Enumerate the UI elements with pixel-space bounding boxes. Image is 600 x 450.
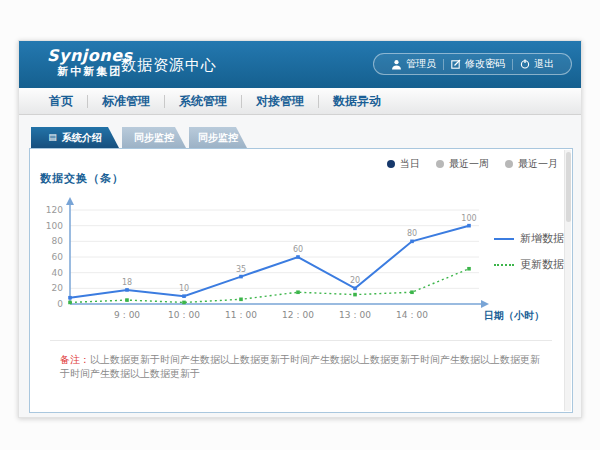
tab-sync-monitor-2[interactable]: 同步监控 <box>189 127 247 148</box>
svg-text:20: 20 <box>350 276 360 285</box>
svg-text:35: 35 <box>236 265 246 274</box>
tab-system-intro[interactable]: ▤ 系统介绍 <box>31 127 119 148</box>
user-toolbar: 管理员 修改密码 退出 <box>373 53 572 75</box>
range-filter: 当日 最近一周 最近一月 <box>387 157 558 171</box>
nav-item-data-change[interactable]: 数据异动 <box>319 88 395 114</box>
page-title: 数据资源中心 <box>121 56 217 75</box>
solid-line-icon <box>494 238 514 240</box>
document-icon: ▤ <box>48 133 57 142</box>
main-nav: 首页 标准管理 系统管理 对接管理 数据异动 <box>19 88 581 115</box>
change-password-button[interactable]: 修改密码 <box>444 57 512 71</box>
footnote-prefix: 备注： <box>60 354 90 365</box>
svg-text:60: 60 <box>293 245 303 254</box>
svg-text:80: 80 <box>407 229 417 238</box>
user-icon <box>391 59 402 70</box>
svg-text:14：00: 14：00 <box>396 310 428 320</box>
nav-item-interface-mgmt[interactable]: 对接管理 <box>242 88 318 114</box>
line-chart: 0204060801001209：0010：0011：0012：0013：001… <box>32 192 562 332</box>
tab-sync-monitor-1[interactable]: 同步监控 <box>122 127 186 148</box>
divider <box>50 340 552 341</box>
tab-bar: ▤ 系统介绍 同步监控 同步监控 <box>31 127 250 148</box>
svg-text:11：00: 11：00 <box>225 310 257 320</box>
chart-y-axis-title: 数据交换（条） <box>40 171 124 186</box>
svg-text:10: 10 <box>179 284 189 293</box>
page: Synjones 新中新集团 数据资源中心 管理员 修改密码 <box>0 0 600 450</box>
radio-label: 当日 <box>400 157 420 171</box>
radio-label: 最近一月 <box>518 157 558 171</box>
radio-today[interactable]: 当日 <box>387 157 420 171</box>
logout-label: 退出 <box>534 57 554 71</box>
dotted-line-icon <box>494 264 514 266</box>
edit-icon <box>451 59 461 69</box>
svg-text:日期（小时）: 日期（小时） <box>484 310 544 321</box>
radio-last-month[interactable]: 最近一月 <box>505 157 558 171</box>
tab-label: 同步监控 <box>134 131 174 145</box>
legend-item-new-data[interactable]: 新增数据 <box>494 231 564 246</box>
app-window: Synjones 新中新集团 数据资源中心 管理员 修改密码 <box>18 40 582 418</box>
logout-button[interactable]: 退出 <box>513 57 561 71</box>
nav-item-home[interactable]: 首页 <box>35 88 87 114</box>
radio-selected-icon <box>387 160 395 168</box>
chart-legend: 新增数据 更新数据 <box>494 231 564 272</box>
svg-text:40: 40 <box>52 268 64 278</box>
brand-subtitle: 新中新集团 <box>47 65 133 79</box>
scrollbar[interactable] <box>564 150 571 411</box>
brand-logo: Synjones 新中新集团 <box>47 47 133 79</box>
svg-text:120: 120 <box>46 205 63 215</box>
svg-text:18: 18 <box>122 278 132 287</box>
tab-label: 同步监控 <box>198 131 238 145</box>
nav-item-system-mgmt[interactable]: 系统管理 <box>165 88 241 114</box>
svg-text:13：00: 13：00 <box>339 310 371 320</box>
brand-name: Synjones <box>47 47 133 65</box>
app-header: Synjones 新中新集团 数据资源中心 管理员 修改密码 <box>19 41 581 88</box>
radio-last-week[interactable]: 最近一周 <box>436 157 489 171</box>
svg-text:10：00: 10：00 <box>168 310 200 320</box>
svg-text:100: 100 <box>461 214 476 223</box>
scrollbar-thumb[interactable] <box>566 152 571 222</box>
change-password-label: 修改密码 <box>465 57 505 71</box>
svg-text:80: 80 <box>52 236 64 246</box>
chart-panel: 当日 最近一周 最近一月 数据交换（条） 0204060801001209：00… <box>29 148 573 413</box>
legend-label: 新增数据 <box>520 231 564 246</box>
legend-label: 更新数据 <box>520 257 564 272</box>
legend-item-updated-data[interactable]: 更新数据 <box>494 257 564 272</box>
svg-text:20: 20 <box>52 283 64 293</box>
user-menu[interactable]: 管理员 <box>384 57 443 71</box>
radio-unselected-icon <box>505 160 513 168</box>
power-icon <box>520 59 530 69</box>
svg-text:9：00: 9：00 <box>114 310 140 320</box>
svg-text:0: 0 <box>57 299 63 309</box>
svg-text:60: 60 <box>52 252 64 262</box>
nav-item-standard-mgmt[interactable]: 标准管理 <box>88 88 164 114</box>
radio-unselected-icon <box>436 160 444 168</box>
footnote-text: 以上数据更新于时间产生数据以上数据更新于时间产生数据以上数据更新于时间产生数据以… <box>60 354 540 379</box>
svg-text:100: 100 <box>46 221 63 231</box>
tab-label: 系统介绍 <box>62 131 102 145</box>
footnote: 备注：以上数据更新于时间产生数据以上数据更新于时间产生数据以上数据更新于时间产生… <box>60 353 548 381</box>
svg-text:12：00: 12：00 <box>282 310 314 320</box>
user-name: 管理员 <box>406 57 436 71</box>
radio-label: 最近一周 <box>449 157 489 171</box>
